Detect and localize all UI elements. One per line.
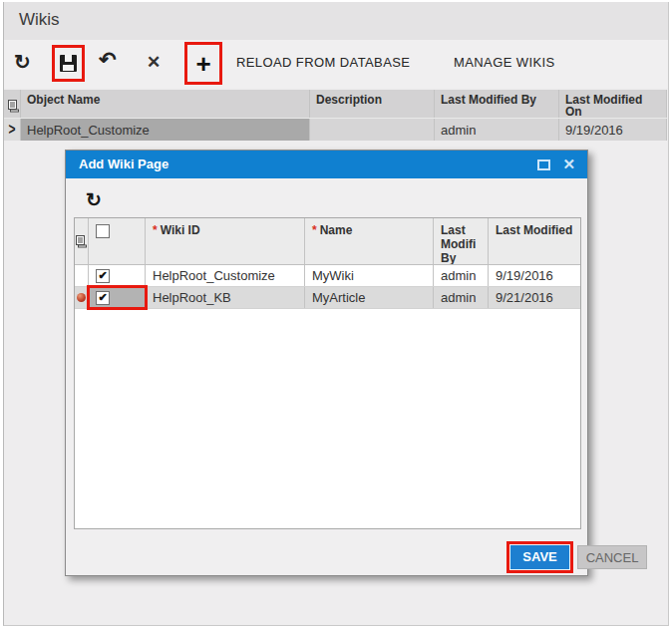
column-header-last-modified[interactable]: Last Modified xyxy=(489,218,580,264)
add-annotation-box: + xyxy=(184,42,222,85)
grid-settings-icon[interactable] xyxy=(75,218,89,264)
row-checkbox[interactable]: ✔ xyxy=(96,291,110,305)
wiki-id-header-label: Wiki ID xyxy=(161,223,200,237)
reload-from-database-button[interactable]: RELOAD FROM DATABASE xyxy=(236,55,410,70)
row-checkbox-cell-annotated: ✔ xyxy=(89,287,146,308)
select-all-checkbox-cell xyxy=(89,218,146,264)
last-modified-by-cell[interactable]: admin xyxy=(434,287,489,308)
save-annotation-box xyxy=(52,45,85,82)
wiki-pages-table-header: *Wiki ID *Name Last Modifi By Last Modif… xyxy=(75,218,580,265)
add-icon[interactable]: + xyxy=(195,51,210,77)
column-header-last-modified-by[interactable]: Last Modifi By xyxy=(434,218,489,264)
row-status-cell xyxy=(75,265,89,286)
column-header-object-name[interactable]: Object Name xyxy=(21,90,310,118)
wikis-table-header: Object Name Description Last Modified By… xyxy=(4,90,667,118)
object-name-cell[interactable]: HelpRoot_Customize xyxy=(21,119,310,141)
cancel-button[interactable]: CANCEL xyxy=(577,545,647,569)
checkmark-icon: ✔ xyxy=(98,292,107,303)
last-modified-cell[interactable]: 9/19/2016 xyxy=(489,265,580,286)
wiki-page-row[interactable]: ✔ HelpRoot_Customize MyWiki admin 9/19/2… xyxy=(75,265,580,287)
maximize-icon[interactable] xyxy=(537,159,550,170)
dialog-titlebar[interactable]: Add Wiki Page ✕ xyxy=(66,151,587,178)
wikis-screen: Wikis ↻ ↶ ✕ + RELOAD FROM DATABASE MANAG… xyxy=(0,0,672,630)
undo-icon[interactable]: ↶ xyxy=(99,48,117,72)
row-status-cell xyxy=(75,287,89,308)
column-header-wiki-id[interactable]: *Wiki ID xyxy=(146,218,305,264)
column-header-description[interactable]: Description xyxy=(310,90,435,118)
checkmark-icon: ✔ xyxy=(98,270,107,281)
delete-icon[interactable]: ✕ xyxy=(147,52,161,73)
select-all-checkbox[interactable] xyxy=(96,224,110,238)
table-row[interactable]: > HelpRoot_Customize admin 9/19/2016 xyxy=(4,118,667,141)
selected-row-arrow-icon: > xyxy=(8,121,15,139)
manage-wikis-button[interactable]: MANAGE WIKIS xyxy=(454,55,555,70)
title-strip xyxy=(4,2,668,40)
dialog-refresh-icon[interactable]: ↻ xyxy=(86,188,102,211)
save-icon[interactable] xyxy=(60,55,77,72)
column-header-last-modified-by[interactable]: Last Modified By xyxy=(435,90,559,118)
column-header-last-modified-on[interactable]: Last Modified On xyxy=(559,90,667,118)
close-icon[interactable]: ✕ xyxy=(562,156,575,173)
name-cell[interactable]: MyArticle xyxy=(305,287,434,308)
column-header-name[interactable]: *Name xyxy=(305,218,434,264)
grid-settings-icon[interactable] xyxy=(4,90,21,118)
add-wiki-page-dialog: Add Wiki Page ✕ ↻ xyxy=(65,150,588,576)
wiki-id-cell[interactable]: HelpRoot_Customize xyxy=(146,265,305,286)
wiki-pages-table: *Wiki ID *Name Last Modifi By Last Modif… xyxy=(74,217,581,529)
last-modified-by-cell[interactable]: admin xyxy=(434,265,489,286)
description-cell[interactable] xyxy=(310,119,435,141)
row-selector-cell: > xyxy=(4,119,21,141)
name-header-label: Name xyxy=(320,223,353,237)
name-cell[interactable]: MyWiki xyxy=(305,265,434,286)
last-modified-by-cell[interactable]: admin xyxy=(435,119,559,141)
row-checkbox[interactable]: ✔ xyxy=(96,269,110,283)
page-title: Wikis xyxy=(19,10,60,30)
row-checkbox-cell: ✔ xyxy=(89,265,146,286)
last-modified-cell[interactable]: 9/21/2016 xyxy=(489,287,580,308)
required-mark: * xyxy=(312,223,317,237)
unsaved-row-indicator-icon xyxy=(77,293,86,302)
save-button[interactable]: SAVE xyxy=(510,545,569,569)
wiki-id-cell[interactable]: HelpRoot_KB xyxy=(146,287,305,308)
last-modified-on-cell[interactable]: 9/19/2016 xyxy=(559,119,667,141)
refresh-icon[interactable]: ↻ xyxy=(14,50,31,74)
wikis-table: Object Name Description Last Modified By… xyxy=(4,90,667,141)
dialog-title: Add Wiki Page xyxy=(79,157,168,171)
required-mark: * xyxy=(153,223,158,237)
wiki-page-row[interactable]: ✔ HelpRoot_KB MyArticle admin 9/21/2016 xyxy=(75,287,580,309)
